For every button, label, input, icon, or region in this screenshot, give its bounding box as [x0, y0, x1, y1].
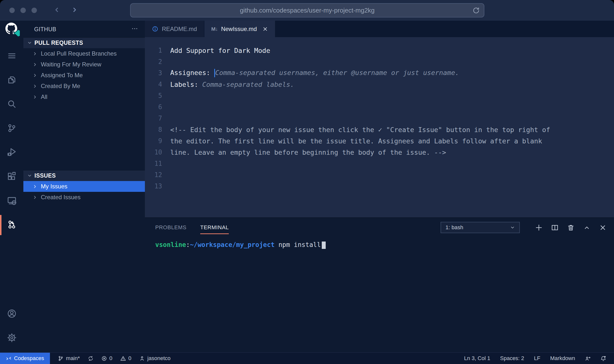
- terminal-segment-user: vsonline: [155, 241, 186, 248]
- editor-line-5: 5: [145, 90, 614, 101]
- code-segment-comment: the editor. The first line will be the i…: [170, 137, 542, 145]
- editor-tab-bar: README.mdM↓NewIssue.md: [145, 21, 614, 37]
- git-branch-icon: [58, 356, 63, 361]
- code-segment-placeholder: Comma-separated usernames, either @usern…: [215, 69, 459, 76]
- activity-item-github-pull-requests[interactable]: [0, 213, 23, 237]
- activity-item-menu[interactable]: [0, 44, 23, 68]
- split-terminal-button[interactable]: [551, 224, 559, 231]
- feedback-icon: [585, 356, 591, 361]
- zoom-window-button[interactable]: [31, 8, 37, 13]
- terminal-segment-command: npm install: [275, 241, 321, 248]
- editor[interactable]: 1Add Support for Dark Mode23Assignees: C…: [145, 37, 614, 217]
- tree-item-label: My Issues: [41, 183, 67, 190]
- tree-item-waiting-for-my-review[interactable]: Waiting For My Review: [23, 59, 145, 70]
- editor-line-6: 6: [145, 101, 614, 113]
- forward-button[interactable]: [71, 6, 79, 15]
- status-cursor-position[interactable]: Ln 3, Col 1: [459, 353, 495, 364]
- status-branch[interactable]: main*: [54, 353, 84, 364]
- maximize-panel-button[interactable]: [583, 224, 591, 231]
- status-errors[interactable]: 0: [97, 353, 116, 364]
- activity-bar-top: [0, 44, 23, 237]
- line-number: 1: [145, 47, 162, 54]
- line-number: 3: [145, 69, 162, 77]
- activity-item-account[interactable]: [0, 302, 23, 326]
- status-bar-right: Ln 3, Col 1Spaces: 2LFMarkdown: [459, 353, 611, 364]
- terminal-shell-value: 1: bash: [445, 224, 463, 231]
- terminal[interactable]: vsonline:~/workspace/my_project npm inst…: [145, 237, 614, 249]
- terminal-segment-plain: :: [186, 241, 190, 248]
- panel-actions: [527, 224, 607, 231]
- activity-bar-bottom: [0, 302, 23, 350]
- activity-item-run-and-debug[interactable]: [0, 141, 23, 165]
- line-number: 5: [145, 92, 162, 99]
- status-eol[interactable]: LF: [529, 353, 545, 364]
- status-sync[interactable]: [84, 353, 97, 364]
- line-number: 10: [145, 149, 162, 156]
- line-content: Add Support for Dark Mode: [170, 47, 270, 54]
- tree-item-assigned-to-me[interactable]: Assigned To Me: [23, 70, 145, 81]
- sidebar-sections: PULL REQUESTSLocal Pull Request Branches…: [23, 37, 145, 203]
- terminal-shell-select[interactable]: 1: bash: [441, 222, 520, 233]
- status-label: main*: [66, 355, 80, 362]
- info-icon: [152, 26, 158, 32]
- ellipsis-icon[interactable]: [131, 25, 138, 33]
- new-terminal-button[interactable]: [535, 224, 543, 231]
- status-label: LF: [534, 355, 540, 362]
- chevron-right-icon: [32, 94, 38, 100]
- line-number: 12: [145, 171, 162, 179]
- close-panel-button[interactable]: [599, 224, 607, 231]
- activity-item-settings[interactable]: [0, 326, 23, 350]
- section-header-pull-requests[interactable]: PULL REQUESTS: [23, 37, 145, 48]
- status-notifications[interactable]: [596, 353, 611, 364]
- bell-dot-icon: [600, 356, 606, 361]
- address-bar[interactable]: github.com/codespaces/user-my-project-mg…: [130, 3, 484, 17]
- status-remote-indicator[interactable]: Codespaces: [0, 353, 50, 364]
- section-label: ISSUES: [34, 172, 56, 179]
- activity-bar: [0, 21, 23, 352]
- status-github-user[interactable]: jasonetco: [135, 353, 174, 364]
- code-segment-code: Assignees:: [170, 69, 214, 76]
- editor-tab-readme-md[interactable]: README.md: [145, 21, 204, 37]
- github-vscode-logo: [0, 21, 23, 44]
- chevron-right-icon: [32, 73, 38, 78]
- status-language-mode[interactable]: Markdown: [545, 353, 580, 364]
- debug-icon: [7, 148, 16, 158]
- activity-item-extensions[interactable]: [0, 165, 23, 189]
- kill-terminal-button[interactable]: [567, 224, 575, 231]
- editor-line-10: 10line. Leave an empty line before begin…: [145, 147, 614, 158]
- activity-item-search[interactable]: [0, 92, 23, 117]
- tree-item-local-pull-request-branches[interactable]: Local Pull Request Branches: [23, 48, 145, 59]
- tree-item-all[interactable]: All: [23, 91, 145, 102]
- line-content: Assignees: Comma-separated usernames, ei…: [170, 69, 459, 77]
- editor-line-1: 1Add Support for Dark Mode: [145, 45, 614, 56]
- reload-icon[interactable]: [472, 7, 480, 16]
- tree-item-label: Created Issues: [41, 194, 80, 201]
- activity-item-explorer[interactable]: [0, 68, 23, 92]
- tree-item-label: Assigned To Me: [41, 72, 83, 79]
- close-icon[interactable]: [262, 26, 268, 32]
- status-warnings[interactable]: 0: [116, 353, 135, 364]
- chevron-down-icon: [510, 225, 515, 230]
- panel-tab-problems[interactable]: PROBLEMS: [155, 218, 186, 237]
- status-feedback[interactable]: [580, 353, 596, 364]
- close-window-button[interactable]: [9, 8, 15, 13]
- editor-tab-newissue-md[interactable]: M↓NewIssue.md: [204, 21, 276, 37]
- editor-line-8: 8<!-- Edit the body of your new issue th…: [145, 124, 614, 135]
- back-button[interactable]: [53, 6, 61, 15]
- tree-item-my-issues[interactable]: My Issues: [23, 181, 145, 192]
- address-bar-url: github.com/codespaces/user-my-project-mg…: [240, 7, 375, 14]
- editor-line-11: 11: [145, 158, 614, 169]
- activity-item-source-control[interactable]: [0, 117, 23, 141]
- activity-item-remote-explorer[interactable]: [0, 189, 23, 213]
- tree-item-created-issues[interactable]: Created Issues: [23, 192, 145, 203]
- minimize-window-button[interactable]: [20, 8, 26, 13]
- tree-item-created-by-me[interactable]: Created By Me: [23, 81, 145, 91]
- section-pull-requests: PULL REQUESTSLocal Pull Request Branches…: [23, 37, 145, 102]
- section-header-issues[interactable]: ISSUES: [23, 170, 145, 181]
- panel-controls: 1: bash: [441, 222, 607, 233]
- panel-tab-terminal[interactable]: TERMINAL: [200, 218, 229, 237]
- line-content: the editor. The first line will be the i…: [170, 137, 542, 145]
- terminal-segment-path: ~/workspace/my_project: [190, 241, 275, 248]
- status-indentation[interactable]: Spaces: 2: [495, 353, 529, 364]
- nav-buttons: [53, 6, 79, 15]
